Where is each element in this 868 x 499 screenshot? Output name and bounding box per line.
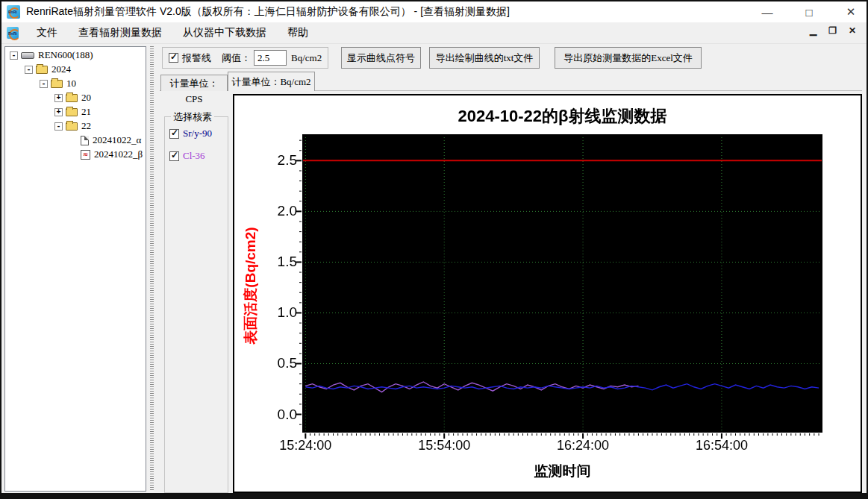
- tree-expander-minus[interactable]: -: [10, 51, 18, 60]
- tree-expander-minus[interactable]: -: [25, 66, 33, 74]
- x-tick-label: 16:54:00: [686, 438, 758, 454]
- alarm-line-group: 报警线 阈值： Bq/cm2: [162, 47, 328, 69]
- folder-icon: [66, 108, 78, 116]
- nuclide-label: Cl-36: [183, 150, 205, 162]
- menu-items: 文件查看辐射测量数据从仪器中下载数据帮助: [26, 23, 319, 43]
- x-tick-label: 16:24:00: [547, 438, 619, 454]
- nuclide-row: Sr/y-90: [169, 128, 228, 139]
- menu-item[interactable]: 文件: [26, 23, 68, 43]
- alarm-line-checkbox[interactable]: [169, 53, 178, 63]
- mdi-child-button[interactable]: ▁: [810, 25, 817, 36]
- chart-panel: 2024-10-22的β射线监测数据 表面活度(Bq/cm2) 监测时间 0.0…: [233, 94, 862, 493]
- y-tick-label: 1.0: [256, 304, 297, 321]
- alarm-line-label: 报警线: [182, 51, 211, 65]
- y-tick-label: 2.0: [256, 203, 297, 219]
- threshold-label: 阈值：: [222, 51, 251, 65]
- y-tick-label: 2.5: [256, 152, 297, 169]
- app-window: RenriRate辐射剂量管理软件 V2.0版（版权所有：上海仁日辐射防护设备有…: [0, 0, 868, 499]
- nuclide-label: Sr/y-90: [183, 128, 212, 139]
- tree-item[interactable]: -REN600(188): [5, 49, 146, 61]
- mdi-child-button[interactable]: ✕: [849, 25, 856, 36]
- threshold-unit-label: Bq/cm2: [291, 52, 322, 64]
- menu-bar: 文件查看辐射测量数据从仪器中下载数据帮助: [1, 22, 867, 44]
- threshold-input[interactable]: [254, 50, 287, 66]
- y-tick-label: 1.5: [256, 254, 297, 270]
- x-axis-label: 监测时间: [302, 462, 822, 481]
- chart-canvas: [234, 95, 861, 492]
- y-tick-label: 0.5: [256, 355, 297, 371]
- folder-icon: [66, 122, 78, 131]
- tree-item[interactable]: -10: [5, 78, 146, 90]
- x-tick-label: 15:54:00: [408, 438, 480, 454]
- nuclide-selection-group: 选择核素 Sr/y-90Cl-36: [164, 116, 228, 493]
- tree-item-label: 22: [81, 120, 91, 132]
- tree-item[interactable]: -2024: [5, 63, 146, 75]
- tree-expander-plus[interactable]: +: [54, 108, 63, 116]
- tree-item[interactable]: +20: [5, 92, 146, 104]
- title-bar: RenriRate辐射剂量管理软件 V2.0版（版权所有：上海仁日辐射防护设备有…: [1, 1, 867, 22]
- mdi-child-button[interactable]: ❐: [828, 25, 837, 36]
- menu-item[interactable]: 查看辐射测量数据: [68, 23, 172, 43]
- tree-item[interactable]: ≈20241022_β: [5, 148, 146, 160]
- chart-title: 2024-10-22的β射线监测数据: [302, 105, 822, 128]
- app-icon: [7, 5, 20, 19]
- chartdoc-icon: ≈: [81, 150, 90, 160]
- menu-item[interactable]: 帮助: [277, 23, 319, 43]
- nuclide-row: Cl-36: [169, 150, 228, 162]
- folder-icon: [36, 66, 48, 74]
- tree-item[interactable]: 20241022_α: [5, 134, 146, 146]
- tab-active[interactable]: 计量单位：Bq/cm2: [228, 72, 315, 91]
- tree-expander-minus[interactable]: -: [40, 80, 48, 88]
- tree-item[interactable]: +21: [5, 106, 146, 118]
- nuclide-checkbox[interactable]: [169, 151, 179, 161]
- nuclide-checkbox[interactable]: [169, 129, 179, 139]
- export-excel-button[interactable]: 导出原始测量数据的Excel文件: [555, 47, 702, 69]
- main-content: -REN600(188)-2024-10+20+21-2220241022_α≈…: [1, 44, 867, 495]
- maximize-button[interactable]: □: [801, 6, 817, 19]
- window-title: RenriRate辐射剂量管理软件 V2.0版（版权所有：上海仁日辐射防护设备有…: [26, 5, 510, 19]
- tree-item-label: 20241022_α: [93, 134, 141, 146]
- tree-expander-minus[interactable]: -: [54, 122, 63, 131]
- tree-item[interactable]: -22: [5, 120, 146, 132]
- document-icon: [7, 27, 19, 39]
- tree-item-label: 2024: [51, 63, 71, 75]
- show-curve-points-button[interactable]: 显示曲线点符号: [341, 47, 421, 69]
- x-tick-label: 15:24:00: [269, 438, 341, 454]
- folder-icon: [66, 94, 78, 102]
- tab-inactive[interactable]: 计量单位：CPS: [160, 75, 228, 91]
- doc-icon: [81, 136, 89, 145]
- tree-item-label: 20: [81, 92, 91, 104]
- tree-expander-plus[interactable]: +: [54, 94, 63, 102]
- mdi-child-controls: ▁❐✕: [810, 25, 856, 36]
- close-button[interactable]: ✕: [843, 5, 859, 19]
- device-tree[interactable]: -REN600(188)-2024-10+20+21-2220241022_α≈…: [4, 46, 146, 492]
- tree-item-label: 10: [66, 78, 76, 90]
- tree-item-label: REN600(188): [38, 49, 93, 61]
- device-icon: [21, 52, 34, 59]
- tree-item-label: 21: [81, 106, 91, 118]
- export-txt-button[interactable]: 导出绘制曲线的txt文件: [429, 47, 540, 69]
- minimize-button[interactable]: —: [759, 6, 775, 19]
- folder-icon: [51, 80, 63, 88]
- menu-item[interactable]: 从仪器中下载数据: [172, 23, 277, 43]
- nuclide-group-title: 选择核素: [171, 110, 214, 124]
- y-tick-label: 0.0: [256, 407, 297, 423]
- splitter-handle[interactable]: [149, 46, 155, 492]
- tree-item-label: 20241022_β: [94, 148, 143, 160]
